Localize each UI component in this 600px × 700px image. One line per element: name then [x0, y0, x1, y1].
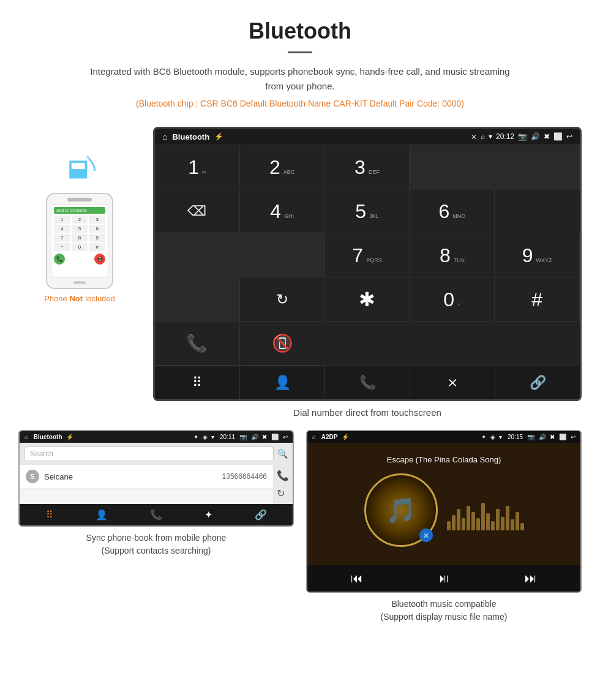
music-sig-icon: ▾ [499, 434, 502, 440]
phone-home-button [73, 281, 86, 284]
music-time: 20:15 [508, 434, 523, 440]
pb-nav-bt[interactable]: ✦ [204, 509, 212, 521]
page-header: Bluetooth Integrated with BC6 Bluetooth … [0, 0, 600, 121]
pb-nav-contacts[interactable]: 👤 [96, 509, 108, 521]
eq-bar [471, 512, 475, 530]
call-green-icon: 📞 [186, 333, 208, 353]
music-close-icon: ✖ [550, 434, 555, 440]
music-equalizer [447, 500, 524, 530]
phone-end-button: 📵 [94, 254, 105, 265]
pb-call-icon[interactable]: 📞 [277, 470, 289, 481]
status-time: 20:12 [496, 132, 514, 141]
pb-nav-calls[interactable]: 📞 [150, 509, 162, 521]
main-dial-caption: Dial number direct from touchscreen [153, 407, 582, 418]
dial-key-0[interactable]: 0+ [410, 277, 495, 322]
pb-back-icon: ↩ [283, 434, 288, 440]
pb-win-icon: ⬜ [271, 434, 279, 440]
eq-bar [452, 515, 456, 530]
dial-key-6[interactable]: 6MNO [410, 189, 495, 233]
dial-backspace[interactable]: ⌫ [155, 189, 240, 233]
pb-contact-phone: 13566664466 [222, 472, 267, 481]
dial-key-1[interactable]: 1∞ [155, 145, 240, 189]
pb-search-placeholder: Search [30, 450, 53, 458]
dial-key-star[interactable]: ✱ [325, 277, 410, 322]
pb-usb-icon: ⚡ [66, 434, 73, 440]
pb-nav-bar: ⠿ 👤 📞 ✦ 🔗 [20, 504, 293, 525]
page-title: Bluetooth [12, 18, 588, 44]
nav-contacts[interactable]: 👤 [240, 366, 325, 399]
volume-icon: 🔊 [531, 132, 540, 141]
music-usb-icon: ⚡ [342, 434, 349, 440]
music-back-icon: ↩ [571, 434, 576, 440]
pb-contact-list: S Seicane 13566664466 [20, 465, 273, 504]
dial-call-red[interactable]: 📵 [240, 322, 325, 366]
home-icon[interactable]: ⌂ [162, 132, 167, 141]
svg-text:⬓: ⬓ [67, 156, 88, 181]
music-controls: ⏮ ⏯ ⏭ [307, 565, 580, 592]
refresh-icon: ↻ [276, 291, 288, 308]
pb-search-box[interactable]: Search [24, 446, 274, 461]
back-icon: ↩ [566, 132, 572, 141]
camera-icon: 📷 [518, 132, 527, 141]
phone-speaker [67, 198, 92, 201]
music-status-title: A2DP [321, 434, 338, 440]
phone-dialpad: 123 456 789 *0# [54, 216, 105, 251]
dial-key-9[interactable]: 9WXYZ [495, 233, 580, 277]
phone-call-row: 📞 📵 [54, 254, 105, 265]
pb-nav-link[interactable]: 🔗 [255, 509, 267, 521]
phone-screen-header: Add to Contacts [54, 207, 105, 214]
music-next-icon[interactable]: ⏭ [525, 571, 537, 585]
dial-key-2[interactable]: 2ABC [240, 145, 325, 189]
music-home-icon[interactable]: ⌂ [312, 434, 316, 440]
dial-key-8[interactable]: 8TUV [410, 233, 495, 277]
pb-home-icon[interactable]: ⌂ [24, 434, 28, 440]
dial-empty-3 [155, 277, 240, 322]
pb-search-row: Search 🔍 [20, 443, 293, 465]
music-bt-icon: ✦ [481, 434, 486, 440]
pb-nav-dialpad[interactable]: ⠿ [46, 509, 53, 521]
pb-bt-icon: ✦ [193, 434, 198, 440]
dial-key-hash[interactable]: # [495, 277, 580, 322]
dial-key-7[interactable]: 7PQRS [325, 233, 410, 277]
header-description: Integrated with BC6 Bluetooth module, su… [86, 64, 514, 94]
pb-status-left: ⌂ Bluetooth ⚡ [24, 434, 73, 440]
nav-link[interactable]: 🔗 [495, 366, 580, 399]
eq-bar [486, 513, 490, 530]
pb-vol-icon: 🔊 [251, 434, 258, 440]
music-vol-icon: 🔊 [539, 434, 546, 440]
eq-bar [467, 506, 470, 530]
dial-key-5[interactable]: 5JKL [325, 189, 410, 233]
call-red-icon: 📵 [272, 333, 293, 353]
music-prev-icon[interactable]: ⏮ [351, 571, 363, 585]
pb-close-icon: ✖ [262, 434, 267, 440]
nav-calls[interactable]: 📞 [325, 366, 410, 399]
dial-pad-grid: 1∞ 2ABC 3DEF ⌫ 4GHI 5JKL [155, 145, 580, 366]
eq-bar [491, 521, 495, 530]
phone-call-button: 📞 [54, 254, 65, 265]
signal-icon: ▾ [489, 132, 492, 141]
pb-caption: Sync phone-book from mobile phone (Suppo… [18, 532, 294, 557]
bottom-section: ⌂ Bluetooth ⚡ ✦ ◈ ▾ 20:11 📷 🔊 ✖ ⬜ ↩ [0, 418, 600, 630]
music-status-left: ⌂ A2DP ⚡ [312, 434, 349, 440]
phone-container: ⬓ Add to Contacts 123 456 789 *0# 📞 📵 [18, 127, 141, 303]
eq-bar [447, 521, 451, 530]
music-screen: ⌂ A2DP ⚡ ✦ ◈ ▾ 20:15 📷 🔊 ✖ ⬜ ↩ [306, 430, 582, 593]
pb-status-bar: ⌂ Bluetooth ⚡ ✦ ◈ ▾ 20:11 📷 🔊 ✖ ⬜ ↩ [20, 431, 293, 443]
nav-dialpad[interactable]: ⠿ [155, 366, 240, 399]
dial-key-3[interactable]: 3DEF [325, 145, 410, 189]
music-play-pause-icon[interactable]: ⏯ [438, 571, 450, 585]
dial-call-green[interactable]: 📞 [155, 322, 240, 366]
music-art-wrapper: 🎵 ⨯ [364, 473, 524, 553]
pb-status-right: ✦ ◈ ▾ 20:11 📷 🔊 ✖ ⬜ ↩ [193, 434, 288, 440]
nav-bluetooth[interactable]: ⨯ [410, 366, 495, 399]
dial-key-4[interactable]: 4GHI [240, 189, 325, 233]
pb-contact-row[interactable]: S Seicane 13566664466 [20, 465, 273, 489]
music-note-icon: 🎵 [386, 496, 416, 525]
dial-refresh[interactable]: ↻ [240, 277, 325, 322]
car-dial-display: ⌂ Bluetooth ⚡ ⨯ ⌕ ▾ 20:12 📷 🔊 ✖ ⬜ ↩ [153, 127, 582, 418]
status-title: Bluetooth [172, 132, 209, 141]
phone-mockup: Add to Contacts 123 456 789 *0# 📞 📵 [46, 193, 113, 289]
header-divider [288, 51, 312, 53]
pb-refresh-icon[interactable]: ↻ [277, 487, 289, 499]
pb-search-icon[interactable]: 🔍 [277, 449, 288, 459]
